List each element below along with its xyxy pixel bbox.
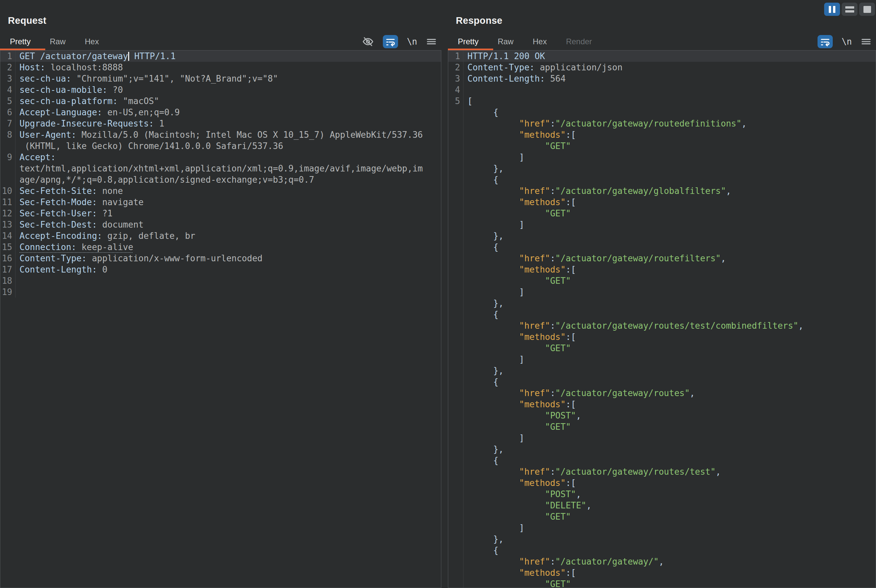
line-number xyxy=(0,163,15,174)
code-line: "methods":[ xyxy=(448,567,876,578)
rows-icon xyxy=(845,6,854,12)
code-line: { xyxy=(448,309,876,320)
request-tabbar: PrettyRawHex xyxy=(0,33,441,50)
code-line: "GET" xyxy=(448,342,876,354)
code-line: 11Sec-Fetch-Mode: navigate xyxy=(0,196,441,208)
tab-pretty[interactable]: Pretty xyxy=(458,37,478,46)
line-number: 10 xyxy=(0,185,15,196)
response-editor[interactable]: 1HTTP/1.1 200 OK2Content-Type: applicati… xyxy=(448,50,876,588)
code-line: 19 xyxy=(0,286,441,298)
code-line: 14Accept-Encoding: gzip, deflate, br xyxy=(0,230,441,242)
line-number: 3 xyxy=(0,73,15,84)
code-line: 4sec-ch-ua-mobile: ?0 xyxy=(0,84,441,96)
line-number xyxy=(448,522,464,534)
code-line: "href":"/actuator/gateway/routes/test", xyxy=(448,466,876,477)
request-editor[interactable]: 1GET /actuator/gateway HTTP/1.12Host: lo… xyxy=(0,50,441,588)
code-line: 5[ xyxy=(448,96,876,107)
code-line: "href":"/actuator/gateway/routes", xyxy=(448,387,876,399)
code-line: }, xyxy=(448,298,876,309)
tab-render: Render xyxy=(566,37,592,46)
active-tab-underline xyxy=(448,48,493,50)
pause-button[interactable] xyxy=(824,3,840,16)
request-header: Request PrettyRawHex xyxy=(0,0,441,50)
code-line: "POST", xyxy=(448,489,876,500)
line-number xyxy=(448,545,464,556)
code-line: 18 xyxy=(0,275,441,286)
line-number xyxy=(448,477,464,489)
line-number: 5 xyxy=(0,96,15,107)
code-line: 15Connection: keep-alive xyxy=(0,242,441,253)
code-line: 10Sec-Fetch-Site: none xyxy=(0,185,441,196)
line-number xyxy=(448,567,464,578)
code-line: ] xyxy=(448,219,876,230)
pause-icon xyxy=(829,6,831,13)
line-number xyxy=(0,174,15,185)
code-line: }, xyxy=(448,163,876,174)
line-number xyxy=(448,342,464,354)
code-line: 6Accept-Language: en-US,en;q=0.9 xyxy=(0,107,441,118)
line-number: 1 xyxy=(0,51,15,62)
line-number xyxy=(448,298,464,309)
layout-single-button[interactable] xyxy=(859,3,875,16)
menu-icon[interactable] xyxy=(861,36,872,47)
line-number xyxy=(448,578,464,588)
code-line: 1HTTP/1.1 200 OK xyxy=(448,51,876,62)
line-number: 9 xyxy=(0,152,15,163)
code-line: 5sec-ch-ua-platform: "macOS" xyxy=(0,96,441,107)
line-number xyxy=(448,163,464,174)
code-line: "methods":[ xyxy=(448,129,876,140)
line-number xyxy=(448,399,464,410)
line-number xyxy=(448,410,464,421)
code-line: "href":"/actuator/gateway/globalfilters"… xyxy=(448,185,876,196)
code-line: 8User-Agent: Mozilla/5.0 (Macintosh; Int… xyxy=(0,129,441,140)
line-number xyxy=(448,511,464,522)
request-panel: Request PrettyRawHex xyxy=(0,0,441,588)
code-line: "href":"/actuator/gateway/routedefinitio… xyxy=(448,118,876,129)
code-line: "href":"/actuator/gateway/", xyxy=(448,556,876,567)
code-line: 16Content-Type: application/x-www-form-u… xyxy=(0,253,441,264)
request-toolbar: \n xyxy=(362,35,441,48)
line-number xyxy=(448,354,464,365)
line-number xyxy=(448,253,464,264)
response-title: Response xyxy=(448,0,876,26)
word-wrap-icon[interactable] xyxy=(818,35,833,48)
response-header: Response PrettyRawHexRender \n xyxy=(448,0,876,50)
line-number: 17 xyxy=(0,264,15,275)
code-line: "href":"/actuator/gateway/routes/test/co… xyxy=(448,320,876,332)
line-number xyxy=(448,500,464,511)
response-tabs: PrettyRawHexRender xyxy=(448,37,592,46)
line-number: 11 xyxy=(0,196,15,208)
code-line: "POST", xyxy=(448,410,876,421)
newline-icon[interactable]: \n xyxy=(842,37,852,46)
newline-icon[interactable]: \n xyxy=(407,37,417,46)
message-editor-split: Request PrettyRawHex xyxy=(0,0,876,588)
line-number: 3 xyxy=(448,73,464,84)
line-number xyxy=(448,286,464,298)
code-line: 3sec-ch-ua: "Chromium";v="141", "Not?A_B… xyxy=(0,73,441,84)
code-line: }, xyxy=(448,444,876,455)
tab-hex[interactable]: Hex xyxy=(85,37,99,46)
line-number: 1 xyxy=(448,51,464,62)
code-line: ] xyxy=(448,522,876,534)
line-number xyxy=(448,444,464,455)
code-line: 2Host: localhost:8888 xyxy=(0,62,441,73)
code-line: "GET" xyxy=(448,275,876,286)
layout-rows-button[interactable] xyxy=(842,3,858,16)
line-number: 16 xyxy=(0,253,15,264)
hide-content-icon[interactable] xyxy=(362,36,374,48)
code-line: 3Content-Length: 564 xyxy=(448,73,876,84)
line-number xyxy=(448,320,464,332)
word-wrap-icon[interactable] xyxy=(383,35,398,48)
code-line: "methods":[ xyxy=(448,477,876,489)
line-number xyxy=(448,365,464,376)
line-number xyxy=(448,387,464,399)
tab-raw[interactable]: Raw xyxy=(50,37,66,46)
tab-raw[interactable]: Raw xyxy=(498,37,514,46)
line-number xyxy=(448,376,464,387)
menu-icon[interactable] xyxy=(426,36,436,47)
tab-hex[interactable]: Hex xyxy=(533,37,547,46)
window-controls xyxy=(824,3,875,16)
request-tabs: PrettyRawHex xyxy=(0,37,99,46)
tab-pretty[interactable]: Pretty xyxy=(10,37,31,46)
line-number: 8 xyxy=(0,129,15,140)
